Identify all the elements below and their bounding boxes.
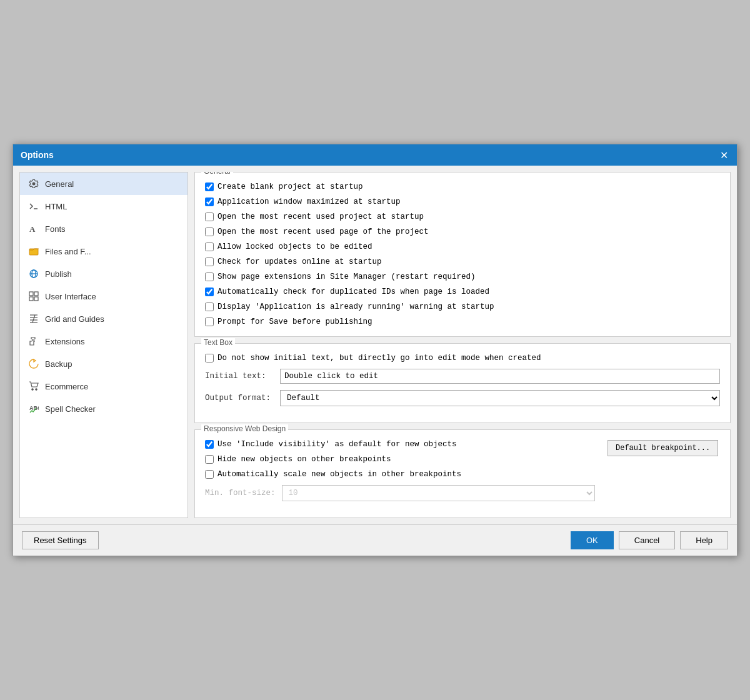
general-checkbox-row-cb5: Allow locked objects to be edited [205,242,720,251]
sidebar-item-backup[interactable]: Backup [20,352,188,375]
general-checkbox-row-cb10: Prompt for Save before publishing [205,318,720,326]
sidebar-item-label-ecommerce: Ecommerce [45,382,88,391]
spell-icon: ABC [28,402,40,415]
rwd-right: Default breakpoint... [608,440,720,508]
general-checkbox-row-cb2: Application window maximized at startup [205,198,720,206]
general-checkbox-row-cb6: Check for updates online at startup [205,258,720,266]
general-checkboxes: Create blank project at startupApplicati… [205,182,720,326]
fonts-icon: A [28,222,40,235]
checkbox-cb5[interactable] [205,242,214,251]
publish-icon [28,268,40,280]
checkbox-label-rwd2: Hide new objects on other breakpoints [218,455,391,464]
checkbox-label-cb8: Automatically check for duplicated IDs w… [218,288,489,296]
svg-point-14 [36,389,37,390]
default-breakpoint-button[interactable]: Default breakpoint... [608,440,718,456]
checkbox-label-cb9: Display 'Application is already running'… [218,302,494,311]
sidebar-item-label-spell: Spell Checker [45,404,96,414]
footer: Reset Settings OK Cancel Help [13,524,737,556]
sidebar-item-fonts[interactable]: AFonts [20,218,188,240]
dialog-title: Options [21,150,54,160]
checkbox-cb9[interactable] [205,302,214,311]
rwd-left: Use 'Include visibility' as default for … [205,440,595,508]
sidebar-item-grid[interactable]: Grid and Guides [20,308,188,330]
checkbox-label-cb6: Check for updates online at startup [218,258,382,266]
grid-icon [28,312,40,325]
general-checkbox-row-cb3: Open the most recent used project at sta… [205,212,720,221]
checkbox-label-cb10: Prompt for Save before publishing [218,318,372,326]
svg-rect-7 [29,297,33,301]
sidebar-item-label-general: General [45,179,74,189]
checkbox-cb3[interactable] [205,212,214,221]
min-font-select[interactable]: 10 [282,485,595,501]
sidebar-item-label-fonts: Fonts [45,224,66,234]
output-format-select[interactable]: Default HTML Text [280,390,720,406]
sidebar: GeneralHTMLAFontsFiles and F...PublishUs… [19,172,188,518]
close-button[interactable]: ✕ [718,149,729,161]
textbox-checkbox[interactable] [205,354,214,362]
svg-rect-5 [29,292,33,296]
checkbox-cb6[interactable] [205,258,214,266]
initial-text-row: Initial text: [205,369,720,384]
checkbox-cb4[interactable] [205,228,214,236]
sidebar-item-label-files: Files and F... [45,247,91,256]
svg-rect-8 [34,297,38,301]
textbox-checkbox-label: Do not show initial text, but directly g… [218,354,541,362]
initial-text-label: Initial text: [205,372,274,381]
html-icon [28,200,40,212]
sidebar-item-label-extensions: Extensions [45,337,85,346]
checkbox-label-cb5: Allow locked objects to be edited [218,242,372,251]
initial-text-input[interactable] [280,369,720,384]
checkbox-cb8[interactable] [205,288,214,296]
sidebar-item-label-ui: User Interface [45,292,96,301]
sidebar-item-label-publish: Publish [45,269,72,279]
footer-right: OK Cancel Help [571,531,728,549]
cancel-button[interactable]: Cancel [619,531,675,549]
ok-button[interactable]: OK [571,531,614,549]
checkbox-cb2[interactable] [205,198,214,206]
reset-settings-button[interactable]: Reset Settings [22,531,99,549]
checkbox-cb10[interactable] [205,318,214,326]
options-dialog: Options ✕ GeneralHTMLAFontsFiles and F..… [12,144,738,556]
checkbox-rwd1[interactable] [205,440,214,449]
svg-rect-6 [34,292,38,296]
general-section: General Create blank project at startupA… [194,172,731,337]
general-checkbox-row-cb9: Display 'Application is already running'… [205,302,720,311]
sidebar-item-general[interactable]: General [20,172,188,195]
checkbox-label-cb1: Create blank project at startup [218,182,363,191]
rwd-section: Responsive Web Design Use 'Include visib… [194,429,731,518]
min-font-label: Min. font-size: [205,489,276,498]
ui-icon [28,290,40,302]
rwd-checkbox-row-rwd1: Use 'Include visibility' as default for … [205,440,595,449]
checkbox-label-cb4: Open the most recent used page of the pr… [218,228,429,236]
checkbox-label-cb3: Open the most recent used project at sta… [218,212,424,221]
general-checkbox-row-cb4: Open the most recent used page of the pr… [205,228,720,236]
checkbox-cb7[interactable] [205,272,214,281]
sidebar-item-spell[interactable]: ABCSpell Checker [20,398,188,420]
help-button[interactable]: Help [680,531,728,549]
min-font-row: Min. font-size: 10 [205,485,595,501]
checkbox-rwd2[interactable] [205,455,214,464]
extensions-icon [28,335,40,348]
sidebar-item-ui[interactable]: User Interface [20,285,188,308]
checkbox-cb1[interactable] [205,182,214,191]
checkbox-label-rwd3: Automatically scale new objects in other… [218,470,461,479]
checkbox-rwd3[interactable] [205,470,214,479]
general-checkbox-row-cb8: Automatically check for duplicated IDs w… [205,288,720,296]
backup-icon [28,358,40,370]
general-section-legend: General [201,172,233,176]
sidebar-item-extensions[interactable]: Extensions [20,330,188,352]
sidebar-item-publish[interactable]: Publish [20,262,188,285]
sidebar-item-label-grid: Grid and Guides [45,314,104,324]
sidebar-item-label-html: HTML [45,202,67,211]
rwd-layout: Use 'Include visibility' as default for … [205,440,720,508]
rwd-checkbox-row-rwd3: Automatically scale new objects in other… [205,470,595,479]
general-checkbox-row-cb1: Create blank project at startup [205,182,720,191]
sidebar-item-html[interactable]: HTML [20,195,188,218]
rwd-checkboxes: Use 'Include visibility' as default for … [205,440,595,479]
textbox-section: Text Box Do not show initial text, but d… [194,343,731,423]
sidebar-item-ecommerce[interactable]: Ecommerce [20,375,188,398]
output-format-label: Output format: [205,394,274,402]
sidebar-item-files[interactable]: Files and F... [20,240,188,262]
textbox-checkbox-row: Do not show initial text, but directly g… [205,354,720,362]
general-checkbox-row-cb7: Show page extensions in Site Manager (re… [205,272,720,281]
